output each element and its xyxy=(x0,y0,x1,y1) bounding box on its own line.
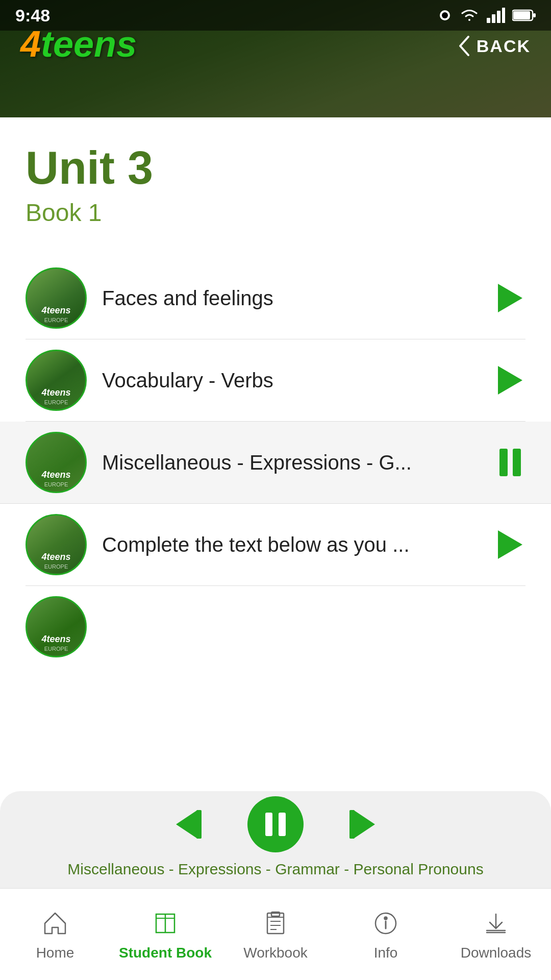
nav-label-downloads: Downloads xyxy=(461,945,532,961)
thumb-logo-text: 4teens xyxy=(27,634,85,645)
play-button[interactable] xyxy=(495,365,525,396)
play-button[interactable] xyxy=(495,283,525,313)
bottom-nav: Home Student Book Workbook xyxy=(0,888,551,980)
track-item[interactable]: 4teens EUROPE Complete the text below as… xyxy=(26,504,525,586)
unit-title: Unit 3 xyxy=(26,143,525,193)
pause-button[interactable] xyxy=(495,447,525,478)
player-track-name: Miscellaneous - Expressions - Grammar - … xyxy=(67,861,483,878)
track-title: Vocabulary - Verbs xyxy=(102,369,480,392)
thumb-tag: EUROPE xyxy=(27,564,85,570)
battery-icon xyxy=(512,9,536,22)
player-pause-button[interactable] xyxy=(247,796,304,852)
previous-icon xyxy=(176,810,202,839)
track-thumbnail: 4teens EUROPE xyxy=(26,350,87,411)
svg-point-12 xyxy=(385,917,387,919)
svg-rect-5 xyxy=(502,8,505,23)
track-info: Miscellaneous - Expressions - G... xyxy=(87,451,495,474)
player-pause-icon xyxy=(265,813,286,836)
thumb-logo-text: 4teens xyxy=(27,387,85,398)
track-thumbnail: 4teens EUROPE xyxy=(26,514,87,575)
thumb-logo-text: 4teens xyxy=(27,552,85,562)
nav-label-info: Info xyxy=(374,945,398,961)
svg-rect-3 xyxy=(492,14,495,23)
previous-button[interactable] xyxy=(171,806,207,842)
book-subtitle: Book 1 xyxy=(26,199,525,227)
svg-rect-2 xyxy=(487,18,490,23)
track-thumbnail: 4teens EUROPE xyxy=(26,267,87,329)
track-item-active[interactable]: 4teens EUROPE Miscellaneous - Expression… xyxy=(0,422,551,504)
nav-label-student-book: Student Book xyxy=(119,945,212,961)
downloads-icon xyxy=(481,908,511,939)
thumb-logo-text: 4teens xyxy=(27,305,85,316)
svg-rect-8 xyxy=(533,13,536,17)
next-icon xyxy=(349,810,375,839)
recording-icon xyxy=(438,8,452,22)
nav-item-home[interactable]: Home xyxy=(0,908,110,961)
track-list: 4teens EUROPE Faces and feelings 4teens … xyxy=(26,257,525,668)
track-info: Faces and feelings xyxy=(87,287,495,310)
thumb-tag: EUROPE xyxy=(27,481,85,487)
nav-item-student-book[interactable]: Student Book xyxy=(110,908,220,961)
status-icons xyxy=(438,8,536,23)
nav-label-home: Home xyxy=(36,945,74,961)
signal-icon xyxy=(487,8,505,23)
svg-rect-7 xyxy=(513,11,530,19)
track-item-partial[interactable]: 4teens EUROPE xyxy=(26,586,525,668)
thumb-tag: EUROPE xyxy=(27,646,85,652)
play-icon xyxy=(498,284,522,312)
track-title: Faces and feelings xyxy=(102,287,480,310)
play-icon xyxy=(498,530,522,559)
pause-icon xyxy=(499,449,521,476)
nav-label-workbook: Workbook xyxy=(243,945,308,961)
track-thumbnail: 4teens EUROPE xyxy=(26,596,87,657)
back-label: BACK xyxy=(477,36,531,56)
track-title: Miscellaneous - Expressions - G... xyxy=(102,451,480,474)
nav-item-workbook[interactable]: Workbook xyxy=(220,908,331,961)
chevron-left-icon xyxy=(457,35,471,57)
status-bar: 9:48 xyxy=(0,0,551,31)
player-controls xyxy=(171,796,380,852)
track-info: Complete the text below as you ... xyxy=(87,533,495,556)
nav-item-info[interactable]: Info xyxy=(331,908,441,961)
play-icon xyxy=(498,366,522,395)
thumb-tag: EUROPE xyxy=(27,317,85,323)
svg-rect-4 xyxy=(497,11,500,23)
player-bar: Miscellaneous - Expressions - Grammar - … xyxy=(0,791,551,888)
svg-rect-10 xyxy=(271,912,280,916)
main-content: Unit 3 Book 1 4teens EUROPE Faces and fe… xyxy=(0,117,551,852)
back-button[interactable]: BACK xyxy=(457,35,531,57)
thumb-tag: EUROPE xyxy=(27,399,85,405)
track-title: Complete the text below as you ... xyxy=(102,533,480,556)
info-icon xyxy=(370,908,401,939)
track-item[interactable]: 4teens EUROPE Faces and feelings xyxy=(26,257,525,339)
nav-item-downloads[interactable]: Downloads xyxy=(441,908,551,961)
track-item[interactable]: 4teens EUROPE Vocabulary - Verbs xyxy=(26,339,525,422)
logo-text: 4teens xyxy=(20,26,137,62)
next-button[interactable] xyxy=(344,806,380,842)
status-time: 9:48 xyxy=(15,6,50,26)
app-logo: 4teens xyxy=(20,26,137,62)
student-book-icon xyxy=(150,908,181,939)
play-button[interactable] xyxy=(495,529,525,560)
home-icon xyxy=(40,908,70,939)
workbook-icon xyxy=(260,908,291,939)
svg-point-1 xyxy=(442,12,448,18)
track-thumbnail: 4teens EUROPE xyxy=(26,432,87,493)
thumb-logo-text: 4teens xyxy=(27,470,85,480)
track-info: Vocabulary - Verbs xyxy=(87,369,495,392)
wifi-icon xyxy=(459,8,480,23)
